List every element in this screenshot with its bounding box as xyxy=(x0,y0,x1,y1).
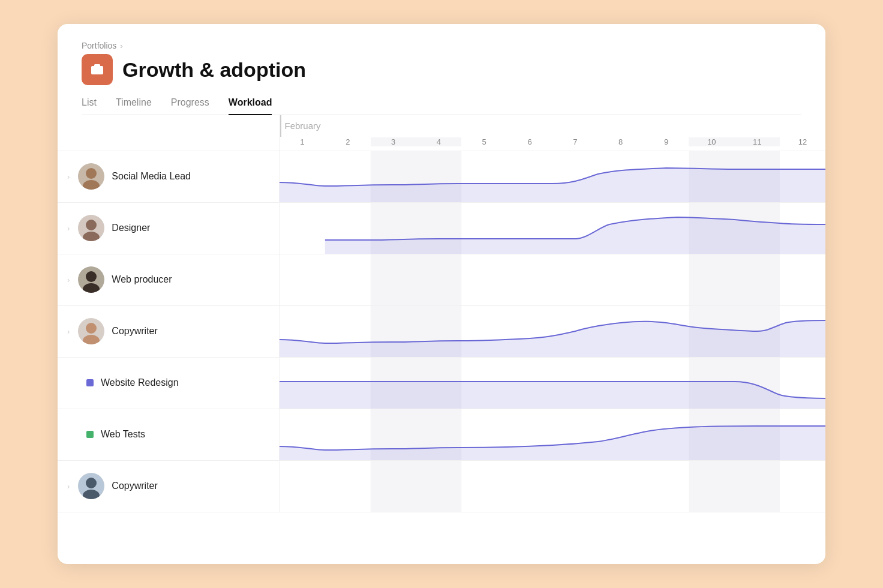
svg-rect-31 xyxy=(371,461,462,512)
name-web-tests: Web Tests xyxy=(101,429,145,440)
label-website-redesign: Website Redesign xyxy=(58,358,280,409)
name-web-producer: Web producer xyxy=(112,274,172,285)
dot-website-redesign xyxy=(86,379,94,386)
day-1: 1 xyxy=(280,137,325,146)
tab-timeline[interactable]: Timeline xyxy=(116,97,152,115)
label-web-producer: › Web producer xyxy=(58,254,280,305)
label-social-media-lead: › Social Media Lead xyxy=(58,151,280,202)
header: Portfolios › Growth & adoption List Time… xyxy=(58,24,825,115)
svg-point-15 xyxy=(86,271,97,282)
chart-copywriter-1 xyxy=(280,306,825,357)
row-web-tests: Web Tests xyxy=(58,409,825,461)
page-title: Growth & adoption xyxy=(122,58,306,82)
tab-list[interactable]: List xyxy=(82,97,97,115)
name-social-media-lead: Social Media Lead xyxy=(112,171,191,182)
svg-point-10 xyxy=(86,220,97,230)
day-5: 5 xyxy=(461,137,507,146)
dot-web-tests xyxy=(86,431,94,438)
chevron-designer-icon: › xyxy=(67,224,70,233)
main-card: Portfolios › Growth & adoption List Time… xyxy=(58,24,825,564)
label-web-tests: Web Tests xyxy=(58,409,280,460)
tab-progress[interactable]: Progress xyxy=(171,97,209,115)
day-7: 7 xyxy=(552,137,598,146)
avatar-social xyxy=(78,163,104,190)
month-label: February xyxy=(285,121,321,131)
day-labels-row: 1 2 3 4 5 6 7 8 9 10 11 12 xyxy=(280,134,825,151)
svg-point-20 xyxy=(86,323,97,334)
row-copywriter-1: › Copywriter xyxy=(58,306,825,358)
row-website-redesign: Website Redesign xyxy=(58,358,825,409)
chart-copywriter-2 xyxy=(280,461,825,512)
chevron-webproducer-icon: › xyxy=(67,275,70,284)
day-10: 10 xyxy=(689,137,734,146)
chevron-copywriter1-icon: › xyxy=(67,327,70,336)
chevron-copywriter2-icon: › xyxy=(67,482,70,491)
breadcrumb-label[interactable]: Portfolios xyxy=(82,41,116,50)
tabs: List Timeline Progress Workload xyxy=(82,97,801,115)
portfolio-icon xyxy=(82,54,113,85)
timeline-header: February 1 2 3 4 5 6 7 8 9 10 11 12 xyxy=(280,115,825,151)
avatar-copywriter2 xyxy=(78,473,104,499)
name-copywriter-2: Copywriter xyxy=(112,481,157,491)
tab-workload[interactable]: Workload xyxy=(229,97,272,115)
name-copywriter-1: Copywriter xyxy=(112,326,157,337)
row-web-producer: › Web producer xyxy=(58,254,825,306)
name-website-redesign: Website Redesign xyxy=(101,377,179,388)
svg-point-5 xyxy=(86,168,97,179)
content-area: February 1 2 3 4 5 6 7 8 9 10 11 12 xyxy=(58,115,825,151)
label-copywriter-1: › Copywriter xyxy=(58,306,280,357)
timeline-header-wrapper: February 1 2 3 4 5 6 7 8 9 10 11 12 xyxy=(280,115,825,151)
svg-rect-32 xyxy=(689,461,780,512)
day-6: 6 xyxy=(507,137,552,146)
svg-point-29 xyxy=(86,478,97,488)
breadcrumb-chevron-icon: › xyxy=(120,41,122,50)
day-8: 8 xyxy=(598,137,644,146)
avatar-designer xyxy=(78,215,104,241)
avatar-webproducer xyxy=(78,266,104,293)
svg-rect-2 xyxy=(92,69,102,70)
chart-social-media-lead xyxy=(280,151,825,202)
day-11: 11 xyxy=(734,137,780,146)
day-12: 12 xyxy=(780,137,825,146)
breadcrumb: Portfolios › xyxy=(82,41,801,50)
day-2: 2 xyxy=(325,137,371,146)
label-designer: › Designer xyxy=(58,203,280,254)
chart-web-producer xyxy=(280,254,825,305)
avatar-copywriter1 xyxy=(78,318,104,344)
name-designer: Designer xyxy=(112,223,150,233)
chart-web-tests xyxy=(280,409,825,460)
svg-rect-17 xyxy=(371,254,462,305)
row-social-media-lead: › Social Media Lead xyxy=(58,151,825,203)
label-copywriter-2: › Copywriter xyxy=(58,461,280,512)
chart-designer xyxy=(280,203,825,254)
row-designer: › Designer xyxy=(58,203,825,254)
row-copywriter-2: › Copywriter xyxy=(58,461,825,512)
chart-website-redesign xyxy=(280,358,825,409)
svg-rect-18 xyxy=(689,254,780,305)
day-4: 4 xyxy=(416,137,461,146)
day-3: 3 xyxy=(371,137,416,146)
day-9: 9 xyxy=(644,137,689,146)
chevron-social-icon: › xyxy=(67,172,70,181)
title-row: Growth & adoption xyxy=(82,54,801,85)
svg-rect-3 xyxy=(92,71,98,73)
svg-rect-1 xyxy=(94,64,100,67)
labels-header-spacer xyxy=(58,115,280,151)
